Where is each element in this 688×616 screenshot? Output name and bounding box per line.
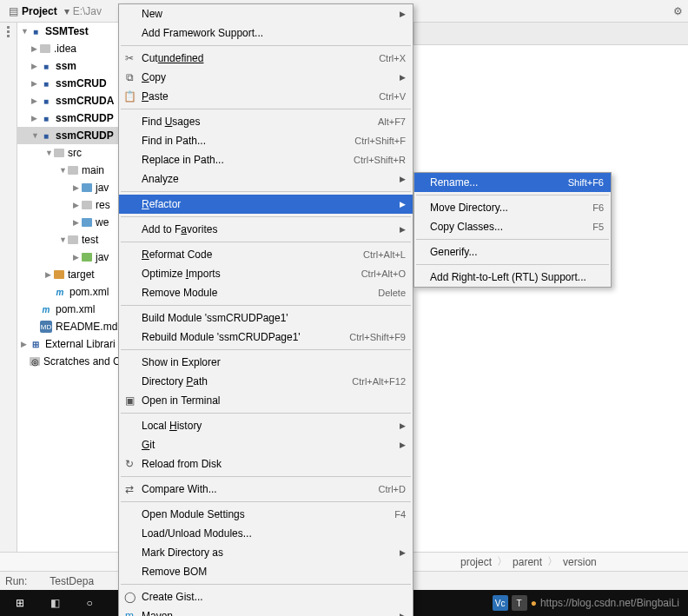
dropdown-icon[interactable]: ▾ <box>64 5 69 17</box>
tree-node[interactable]: ▼src <box>17 144 121 162</box>
tree-node[interactable]: mpom.xml <box>17 301 121 318</box>
menu-item[interactable]: ⇄Compare With...Ctrl+D <box>119 480 413 499</box>
watermark: https://blog.csdn.net/BingbaiLi <box>540 597 679 609</box>
tree-node[interactable]: ▶■ssmCRUD <box>17 75 121 92</box>
project-label: Project <box>22 5 57 17</box>
menu-item[interactable]: Add to Favorites▶ <box>119 220 413 239</box>
menu-item[interactable]: Optimize ImportsCtrl+Alt+O <box>119 264 413 283</box>
menu-item[interactable]: 📋PasteCtrl+V <box>119 87 413 106</box>
tree-node[interactable]: ▶■ssmCRUDA <box>17 92 121 109</box>
menu-item[interactable]: Add Framework Support... <box>119 23 413 43</box>
test-config[interactable]: TestDepa <box>50 575 94 587</box>
menu-item[interactable]: ▣Open in Terminal <box>119 391 413 410</box>
menu-item[interactable]: Git▶ <box>119 435 413 454</box>
menu-item[interactable]: Build Module 'ssmCRUDPage1' <box>119 308 413 328</box>
menu-item[interactable]: Show in Explorer <box>119 353 413 372</box>
menu-item[interactable]: New▶ <box>119 4 413 23</box>
tree-node[interactable]: ▶target <box>17 266 121 283</box>
gear-icon[interactable]: ⚙ <box>673 5 683 17</box>
tree-node[interactable]: ▶jav <box>17 248 121 266</box>
menu-item[interactable]: Rename...Shift+F6 <box>414 173 611 192</box>
menu-item[interactable]: Open Module SettingsF4 <box>119 505 413 524</box>
tree-node[interactable]: ▶.idea <box>17 40 121 57</box>
left-gutter <box>0 23 17 552</box>
menu-item[interactable]: ◯Create Gist... <box>119 587 413 606</box>
menu-item[interactable]: Add Right-to-Left (RTL) Support... <box>414 268 611 287</box>
cortana-button[interactable]: ○ <box>73 591 106 615</box>
project-dropdown-icon[interactable]: ▤ <box>9 5 18 17</box>
menu-item[interactable]: Find in Path...Ctrl+Shift+F <box>119 131 413 150</box>
menu-item[interactable]: ↻Reload from Disk <box>119 454 413 474</box>
tree-node[interactable]: ▶■ssm <box>17 57 121 75</box>
menu-item[interactable]: Local History▶ <box>119 416 413 435</box>
tree-node[interactable]: ▶■ssmCRUDP <box>17 109 121 127</box>
tree-node[interactable]: ▶⊞External Librari <box>17 335 121 353</box>
menu-item[interactable]: Directory PathCtrl+Alt+F12 <box>119 372 413 391</box>
tree-node[interactable]: ▶jav <box>17 179 121 196</box>
tree-node[interactable]: ▼■ssmCRUDP <box>17 127 121 144</box>
tree-node[interactable]: MDREADME.md <box>17 318 121 335</box>
tree-node[interactable]: mpom.xml <box>17 283 121 301</box>
menu-item[interactable]: Remove ModuleDelete <box>119 283 413 302</box>
menu-item[interactable]: Mark Directory as▶ <box>119 543 413 562</box>
tree-node[interactable]: ▶we <box>17 214 121 231</box>
menu-item[interactable]: Refactor▶ <box>119 195 413 214</box>
tree-node[interactable]: ▼test <box>17 231 121 248</box>
menu-item[interactable]: Reformat CodeCtrl+Alt+L <box>119 245 413 264</box>
tree-node[interactable]: ◎Scratches and C <box>17 353 121 370</box>
menu-item[interactable]: ✂CutundefinedCtrl+X <box>119 49 413 68</box>
tray-icon[interactable]: T <box>512 595 527 611</box>
menu-item[interactable]: Generify... <box>414 242 611 262</box>
menu-item[interactable]: Load/Unload Modules... <box>119 524 413 543</box>
project-path: E:\Jav <box>73 5 102 17</box>
breadcrumb-item[interactable]: project <box>460 556 492 568</box>
tray-icon[interactable]: Vc <box>493 595 508 611</box>
menu-item[interactable]: Move Directory...F6 <box>414 198 611 217</box>
tree-node[interactable]: ▼■SSMTest <box>17 23 121 40</box>
refactor-submenu[interactable]: Rename...Shift+F6Move Directory...F6Copy… <box>413 172 612 288</box>
menu-item[interactable]: Replace in Path...Ctrl+Shift+R <box>119 150 413 169</box>
context-menu[interactable]: New▶Add Framework Support...✂Cutundefine… <box>118 3 413 616</box>
menu-item[interactable]: Remove BOM <box>119 562 413 581</box>
menu-item[interactable]: mMaven▶ <box>119 606 413 616</box>
tree-node[interactable]: ▼main <box>17 162 121 179</box>
menu-item[interactable]: Copy Classes...F5 <box>414 217 611 236</box>
breadcrumb-item[interactable]: parent <box>513 556 542 568</box>
start-button[interactable]: ⊞ <box>3 591 36 615</box>
menu-item[interactable]: Rebuild Module 'ssmCRUDPage1'Ctrl+Shift+… <box>119 328 413 347</box>
menu-item[interactable]: ⧉Copy▶ <box>119 68 413 87</box>
project-tree[interactable]: ▼■SSMTest▶.idea▶■ssm▶■ssmCRUD▶■ssmCRUDA▶… <box>17 23 122 552</box>
menu-item[interactable]: Analyze▶ <box>119 169 413 189</box>
breadcrumb-item[interactable]: version <box>563 556 597 568</box>
tree-node[interactable]: ▶res <box>17 196 121 214</box>
run-label: Run: <box>5 575 27 587</box>
menu-item[interactable]: Find UsagesAlt+F7 <box>119 112 413 131</box>
task-view-button[interactable]: ◧ <box>38 591 71 615</box>
